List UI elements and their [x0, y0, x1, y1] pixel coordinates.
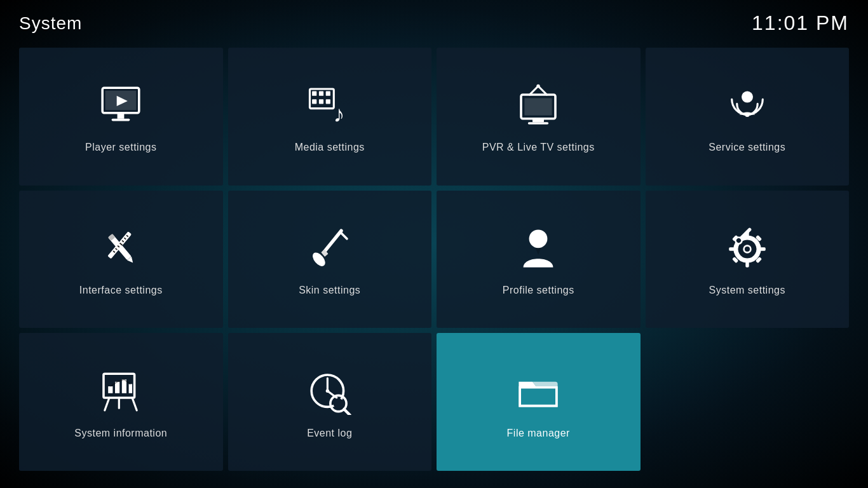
tile-player-settings[interactable]: Player settings	[19, 48, 223, 186]
tile-system-settings[interactable]: System settings	[646, 191, 850, 329]
svg-rect-55	[122, 379, 126, 393]
svg-point-20	[742, 92, 753, 103]
tile-pvr-settings[interactable]: PVR & Live TV settings	[437, 48, 641, 186]
svg-rect-17	[525, 98, 552, 116]
media-settings-label: Media settings	[295, 142, 365, 153]
svg-rect-18	[532, 119, 544, 122]
svg-rect-19	[528, 123, 548, 125]
eventlog-icon	[304, 367, 355, 417]
system-information-label: System information	[74, 428, 167, 439]
sysinfo-icon	[95, 367, 146, 417]
system-settings-icon	[722, 224, 773, 274]
svg-line-14	[538, 86, 547, 95]
svg-rect-41	[760, 247, 766, 250]
svg-line-50	[105, 398, 109, 410]
svg-rect-9	[312, 100, 316, 104]
svg-rect-11	[325, 100, 330, 104]
tile-file-manager[interactable]: File manager	[437, 333, 641, 471]
settings-grid: Player settings ♪ Media settings	[0, 41, 868, 484]
svg-line-63	[344, 409, 349, 415]
svg-text:♪: ♪	[333, 102, 344, 128]
pvr-icon	[513, 81, 564, 132]
svg-point-35	[529, 229, 548, 248]
profile-icon	[513, 224, 564, 274]
svg-rect-56	[129, 384, 132, 393]
system-settings-label: System settings	[709, 285, 785, 296]
svg-rect-3	[118, 113, 125, 119]
event-log-label: Event log	[307, 428, 352, 439]
svg-point-62	[333, 398, 343, 409]
tile-system-information[interactable]: System information	[19, 333, 223, 471]
tile-interface-settings[interactable]: Interface settings	[19, 191, 223, 329]
tile-event-log[interactable]: Event log	[228, 333, 432, 471]
interface-icon	[95, 224, 146, 274]
svg-rect-10	[319, 100, 323, 104]
svg-point-15	[537, 85, 540, 88]
interface-settings-label: Interface settings	[79, 285, 163, 296]
service-icon	[722, 81, 773, 132]
skin-settings-label: Skin settings	[299, 285, 360, 296]
svg-rect-40	[729, 247, 735, 250]
svg-point-21	[745, 112, 749, 117]
profile-settings-label: Profile settings	[503, 285, 574, 296]
file-manager-label: File manager	[507, 428, 570, 439]
clock: 11:01 PM	[752, 11, 849, 35]
tile-service-settings[interactable]: Service settings	[646, 48, 850, 186]
pvr-settings-label: PVR & Live TV settings	[482, 142, 595, 153]
svg-line-51	[132, 398, 137, 410]
skin-icon	[304, 224, 355, 274]
player-settings-label: Player settings	[85, 142, 156, 153]
service-settings-label: Service settings	[709, 142, 785, 153]
svg-rect-39	[745, 262, 749, 268]
svg-rect-8	[325, 92, 330, 96]
page-title: System	[19, 13, 82, 34]
svg-rect-7	[319, 92, 323, 96]
filemanager-icon	[513, 367, 564, 417]
tile-skin-settings[interactable]: Skin settings	[228, 191, 432, 329]
svg-rect-6	[312, 92, 316, 96]
tile-profile-settings[interactable]: Profile settings	[437, 191, 641, 329]
svg-rect-53	[108, 386, 112, 393]
header: System 11:01 PM	[0, 0, 868, 41]
tile-media-settings[interactable]: ♪ Media settings	[228, 48, 432, 186]
svg-rect-4	[112, 119, 130, 121]
player-icon	[95, 81, 146, 132]
svg-line-13	[530, 86, 539, 95]
media-icon: ♪	[304, 81, 355, 132]
